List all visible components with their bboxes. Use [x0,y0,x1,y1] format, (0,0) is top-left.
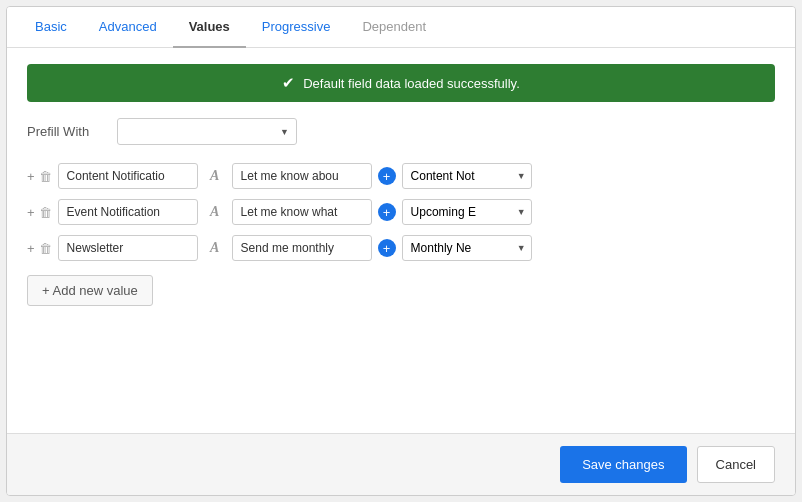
value-input-1[interactable] [58,163,198,189]
prefill-row: Prefill With [27,118,775,145]
tab-values[interactable]: Values [173,7,246,48]
tab-dependent[interactable]: Dependent [346,7,442,48]
check-icon: ✔ [282,74,295,92]
add-new-value-button[interactable]: + Add new value [27,275,153,306]
row-actions-1: + 🗑 [27,169,52,184]
row-actions-3: + 🗑 [27,241,52,256]
prefill-select-wrapper[interactable] [117,118,297,145]
delete-row-icon-1[interactable]: 🗑 [39,169,52,184]
modal-container: Basic Advanced Values Progressive Depend… [6,6,796,496]
label-indicator-1: A [204,165,226,187]
add-row-icon-2[interactable]: + [27,205,35,220]
cancel-button[interactable]: Cancel [697,446,775,483]
description-input-2[interactable] [232,199,372,225]
extra-select-2[interactable]: Upcoming E [402,199,532,225]
tab-bar: Basic Advanced Values Progressive Depend… [7,7,795,48]
values-area: + 🗑 A + Content Not + 🗑 [27,163,775,261]
table-row: + 🗑 A + Content Not [27,163,775,189]
tab-basic[interactable]: Basic [19,7,83,48]
save-button[interactable]: Save changes [560,446,686,483]
banner-message: Default field data loaded successfully. [303,76,520,91]
add-row-icon-3[interactable]: + [27,241,35,256]
value-input-2[interactable] [58,199,198,225]
table-row: + 🗑 A + Monthly Ne [27,235,775,261]
delete-row-icon-3[interactable]: 🗑 [39,241,52,256]
add-row-icon-1[interactable]: + [27,169,35,184]
label-indicator-3: A [204,237,226,259]
extra-select-3[interactable]: Monthly Ne [402,235,532,261]
description-input-3[interactable] [232,235,372,261]
prefill-select[interactable] [117,118,297,145]
plus-circle-1[interactable]: + [378,167,396,185]
plus-circle-3[interactable]: + [378,239,396,257]
success-banner: ✔ Default field data loaded successfully… [27,64,775,102]
label-indicator-2: A [204,201,226,223]
tab-advanced[interactable]: Advanced [83,7,173,48]
main-content: ✔ Default field data loaded successfully… [7,48,795,433]
delete-row-icon-2[interactable]: 🗑 [39,205,52,220]
extra-select-wrapper-3[interactable]: Monthly Ne [402,235,532,261]
extra-select-1[interactable]: Content Not [402,163,532,189]
plus-circle-2[interactable]: + [378,203,396,221]
description-input-1[interactable] [232,163,372,189]
value-input-3[interactable] [58,235,198,261]
row-actions-2: + 🗑 [27,205,52,220]
extra-select-wrapper-1[interactable]: Content Not [402,163,532,189]
table-row: + 🗑 A + Upcoming E [27,199,775,225]
footer: Save changes Cancel [7,433,795,495]
prefill-label: Prefill With [27,124,107,139]
extra-select-wrapper-2[interactable]: Upcoming E [402,199,532,225]
tab-progressive[interactable]: Progressive [246,7,347,48]
